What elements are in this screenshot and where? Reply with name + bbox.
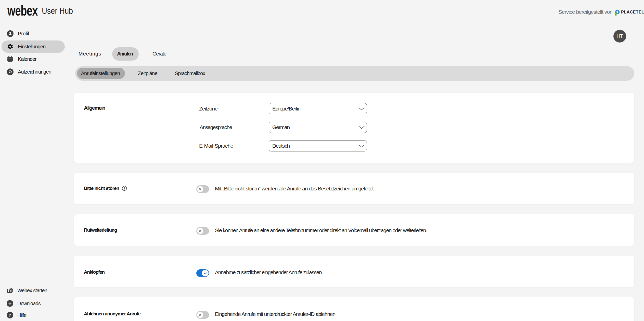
svg-text:?: ? — [9, 313, 11, 317]
